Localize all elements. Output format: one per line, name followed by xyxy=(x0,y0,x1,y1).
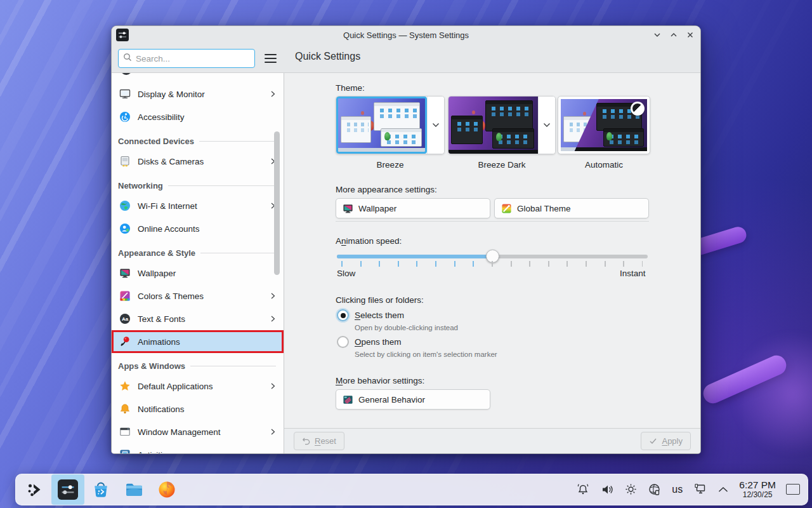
fonts-icon: Aa xyxy=(119,313,131,324)
dolphin-folder-icon xyxy=(124,480,144,500)
theme-name: Breeze xyxy=(336,160,445,170)
wallpaper-button[interactable]: Wallpaper xyxy=(336,198,490,218)
display-icon xyxy=(119,88,131,100)
animation-speed-slider[interactable] xyxy=(337,255,648,258)
globe-icon xyxy=(119,200,131,211)
sidebar-item-wallpaper[interactable]: Wallpaper xyxy=(112,262,284,284)
theme-name: Automatic xyxy=(558,160,650,170)
expand-tray-chevron-up-icon[interactable] xyxy=(717,486,729,493)
app-launcher-button[interactable] xyxy=(18,474,51,505)
global-theme-button[interactable]: Global Theme xyxy=(494,198,649,218)
system-settings-window: Quick Settings — System Settings Quick S… xyxy=(111,25,701,454)
sidebar-item-disks-cameras[interactable]: Disks & Cameras xyxy=(112,150,284,173)
animations-icon xyxy=(119,336,131,347)
maximize-button[interactable] xyxy=(668,30,679,41)
sidebar-item-animations[interactable]: Animations xyxy=(112,330,284,353)
sidebar-section-apps-windows: Apps & Windows xyxy=(112,353,284,375)
search-box[interactable] xyxy=(118,49,255,68)
activities-icon xyxy=(119,449,131,453)
check-icon xyxy=(649,437,657,445)
show-desktop-button[interactable] xyxy=(786,484,800,495)
slider-max-label: Instant xyxy=(620,269,646,278)
theme-option-automatic: Automatic xyxy=(558,96,650,170)
radio-description: Open by double-clicking instead xyxy=(355,324,458,331)
chevron-right-icon xyxy=(270,428,276,436)
close-button[interactable] xyxy=(684,30,695,41)
theme-automatic-preview[interactable] xyxy=(561,99,647,151)
search-input[interactable] xyxy=(136,54,250,64)
keyboard-layout-indicator[interactable]: us xyxy=(672,484,683,495)
sidebar-item-accessibility[interactable]: Accessibility xyxy=(112,105,284,128)
taskbar-discover[interactable] xyxy=(84,474,117,505)
taskbar-firefox[interactable] xyxy=(150,474,183,505)
general-behavior-icon xyxy=(343,394,353,405)
taskbar-system-settings[interactable] xyxy=(51,474,84,505)
taskbar-file-manager[interactable] xyxy=(117,474,150,505)
wallpaper-icon xyxy=(119,267,131,279)
accounts-icon xyxy=(119,223,131,234)
page-title: Quick Settings xyxy=(295,51,360,62)
radio-selects-them[interactable]: Selects them xyxy=(337,309,404,321)
general-behavior-button[interactable]: General Behavior xyxy=(336,389,490,410)
radio-button-checked[interactable] xyxy=(337,309,349,321)
window-title: Quick Settings — System Settings xyxy=(112,30,700,40)
firefox-icon xyxy=(157,480,176,499)
accessibility-icon xyxy=(119,111,131,123)
animation-speed-label: Animation speed: xyxy=(336,236,402,246)
wallpaper-glow xyxy=(723,330,812,457)
sidebar-item-window-management[interactable]: Window Management xyxy=(112,420,284,443)
notifications-tray-icon[interactable] xyxy=(576,483,590,497)
sidebar-item-online-accounts[interactable]: Online Accounts xyxy=(112,217,284,240)
content-area: Theme: Breeze xyxy=(284,73,700,428)
kdeconnect-tray-icon[interactable] xyxy=(648,483,662,497)
theme-breeze-preview[interactable] xyxy=(336,97,427,154)
clock-widget[interactable]: 6:27 PM 12/30/25 xyxy=(739,479,776,500)
wallpaper-icon xyxy=(343,203,353,214)
hamburger-menu-button[interactable] xyxy=(262,52,278,65)
reset-button[interactable]: Reset xyxy=(294,432,344,450)
radio-button-unchecked[interactable] xyxy=(337,336,349,348)
brightness-tray-icon[interactable] xyxy=(624,483,638,496)
theme-option-breeze: Breeze xyxy=(336,96,445,170)
chevron-right-icon xyxy=(270,315,276,323)
sidebar-section-networking: Networking xyxy=(112,173,284,194)
slider-min-label: Slow xyxy=(337,269,355,278)
disk-icon xyxy=(119,156,131,167)
global-theme-icon xyxy=(501,203,512,214)
volume-tray-icon[interactable] xyxy=(600,483,614,497)
sidebar-item-default-applications[interactable]: Default Applications xyxy=(112,375,284,398)
radio-opens-them[interactable]: Opens them xyxy=(337,336,402,348)
system-settings-icon xyxy=(58,479,78,500)
sidebar-item-colors-themes[interactable]: Colors & Themes xyxy=(112,284,284,307)
sidebar-section-connected-devices: Connected Devices xyxy=(112,128,284,150)
sidebar-item-text-fonts[interactable]: Aa Text & Fonts xyxy=(112,307,284,330)
section-divider xyxy=(336,221,649,222)
svg-text:Aa: Aa xyxy=(122,316,129,322)
theme-breeze-dropdown-button[interactable] xyxy=(427,97,444,154)
undo-icon xyxy=(302,437,310,445)
discover-icon xyxy=(91,480,110,499)
sidebar-item-partial[interactable] xyxy=(112,73,284,83)
sidebar-item-notifications[interactable]: Notifications xyxy=(112,398,284,420)
slider-ticks xyxy=(341,261,643,267)
sound-icon xyxy=(121,73,132,75)
sidebar-scrollbar[interactable] xyxy=(274,131,280,275)
minimize-button[interactable] xyxy=(652,30,662,41)
chevron-down-icon xyxy=(432,123,440,128)
theme-breeze-dark-preview[interactable] xyxy=(449,97,538,154)
window-icon xyxy=(119,426,131,438)
auto-theme-badge-icon xyxy=(631,102,645,116)
clock-time: 6:27 PM xyxy=(739,479,776,491)
clicking-label: Clicking files or folders: xyxy=(336,295,424,305)
theme-breeze-dark-dropdown-button[interactable] xyxy=(538,97,555,154)
sidebar-item-activities[interactable]: Activities xyxy=(112,443,284,453)
titlebar[interactable]: Quick Settings — System Settings xyxy=(112,26,700,44)
sidebar: Display & Monitor Accessibility Connecte… xyxy=(112,73,284,453)
sidebar-item-display-monitor[interactable]: Display & Monitor xyxy=(112,83,284,105)
slider-fill xyxy=(337,255,492,258)
sidebar-item-wifi-internet[interactable]: Wi-Fi & Internet xyxy=(112,194,284,217)
network-tray-icon[interactable] xyxy=(693,482,707,497)
chevron-down-icon xyxy=(543,123,551,128)
chevron-right-icon xyxy=(270,292,276,300)
apply-button[interactable]: Apply xyxy=(641,432,691,450)
